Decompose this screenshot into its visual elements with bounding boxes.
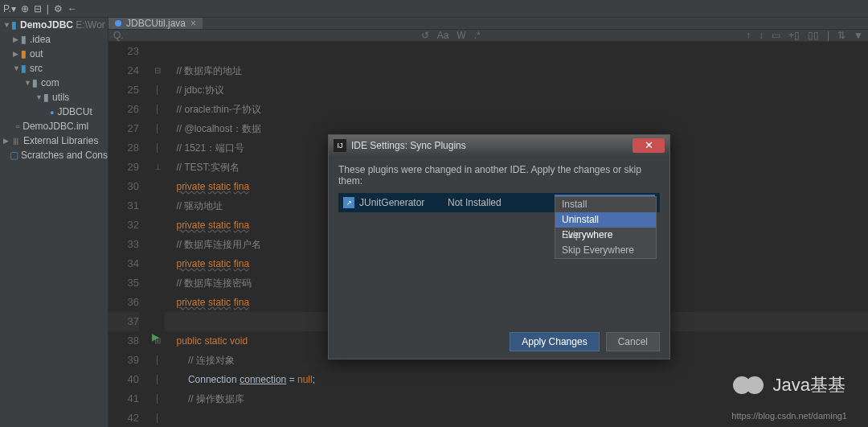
watermark-url: https://blog.csdn.net/daming1 — [731, 411, 847, 421]
tree-project-root[interactable]: ▼DemoJDBC E:\Wor — [0, 18, 108, 32]
tree-idea[interactable]: ▶.idea — [0, 32, 108, 47]
hide-icon[interactable]: ← — [68, 3, 77, 14]
tree-extlibs[interactable]: ▶⫼External Libraries — [0, 133, 108, 148]
wechat-watermark: Java基基 — [733, 372, 845, 398]
regex-icon[interactable]: .* — [474, 30, 481, 41]
run-gutter-icon[interactable]: ▶ — [152, 331, 159, 343]
dropdown-uninstall-everywhere[interactable]: Uninstall Everywhere — [555, 212, 656, 228]
find-toolbar: Q. ↺ Aa W .* ↑ ↓ ▭ +▯ ▯▯ | ⇅ ▼ — [108, 30, 868, 42]
dialog-titlebar[interactable]: IJ IDE Settings: Sync Plugins ✕ — [329, 135, 669, 156]
selall-icon[interactable]: ▯▯ — [808, 30, 819, 41]
editor-tabs: JDBCUtil.java × — [108, 18, 868, 30]
divider: | — [827, 30, 829, 41]
add-icon[interactable]: +▯ — [788, 30, 800, 41]
divider: | — [47, 3, 49, 14]
line-numbers: 2324252627282930313233343536373839404142 — [108, 42, 150, 427]
watermark-text: Java基基 — [773, 373, 845, 397]
apply-changes-button[interactable]: Apply Changes — [510, 332, 599, 351]
plugin-icon: ↗ — [343, 197, 354, 208]
tab-jdbcutil[interactable]: JDBCUtil.java × — [108, 18, 203, 29]
down-icon[interactable]: ↓ — [759, 30, 764, 41]
java-file-icon — [115, 20, 121, 27]
tree-jdbcutil[interactable]: JDBCUt — [0, 105, 108, 119]
up-icon[interactable]: ↑ — [746, 30, 751, 41]
gear-icon[interactable]: ⚙ — [54, 3, 63, 14]
project-dropdown[interactable]: P.▾ — [3, 3, 16, 14]
tab-label: JDBCUtil.java — [126, 18, 186, 29]
dropdown-install[interactable]: Install — [555, 197, 656, 212]
dialog-title-text: IDE Settings: Sync Plugins — [351, 140, 466, 151]
funnel-icon[interactable]: ▼ — [854, 30, 863, 41]
main-toolbar: P.▾ ⊕ ⊟ | ⚙ ← — [0, 0, 868, 18]
collapse-icon[interactable]: ⊟ — [34, 3, 42, 14]
filter-icon[interactable]: ⇅ — [837, 30, 845, 41]
search-label[interactable]: Q. — [113, 30, 124, 41]
project-tree: ▼DemoJDBC E:\Wor ▶.idea ▶out ▼src ▼com ▼… — [0, 18, 108, 427]
plugin-name: JUnitGenerator — [359, 197, 448, 208]
select-icon[interactable]: ▭ — [772, 30, 780, 41]
tree-src[interactable]: ▼src — [0, 61, 108, 76]
close-icon[interactable]: × — [190, 18, 196, 29]
intellij-icon: IJ — [334, 139, 346, 152]
cancel-button[interactable]: Cancel — [606, 332, 660, 351]
case-icon[interactable]: Aa — [437, 30, 449, 41]
fold-column[interactable]: ⊟││││⊥⊞││││ — [150, 42, 165, 427]
close-icon[interactable]: ✕ — [633, 138, 665, 153]
words-icon[interactable]: W — [457, 30, 465, 41]
dropdown-skip-everywhere[interactable]: Skip Everywhere — [555, 243, 656, 258]
history-icon[interactable]: ↺ — [421, 30, 429, 41]
tree-com[interactable]: ▼com — [0, 76, 108, 90]
expand-icon[interactable]: ⊕ — [21, 3, 29, 14]
plugin-status: Not Installed — [448, 197, 555, 208]
tree-iml[interactable]: DemoJDBC.iml — [0, 119, 108, 133]
dialog-message: These plugins were changed in another ID… — [338, 164, 660, 187]
wechat-icon — [733, 372, 768, 398]
tree-out[interactable]: ▶out — [0, 47, 108, 61]
tree-scratch[interactable]: ▢Scratches and Cons — [0, 148, 108, 162]
tree-utils[interactable]: ▼utils — [0, 90, 108, 105]
action-dropdown-list: Install Uninstall Everywhere Skip Skip E… — [555, 196, 657, 259]
